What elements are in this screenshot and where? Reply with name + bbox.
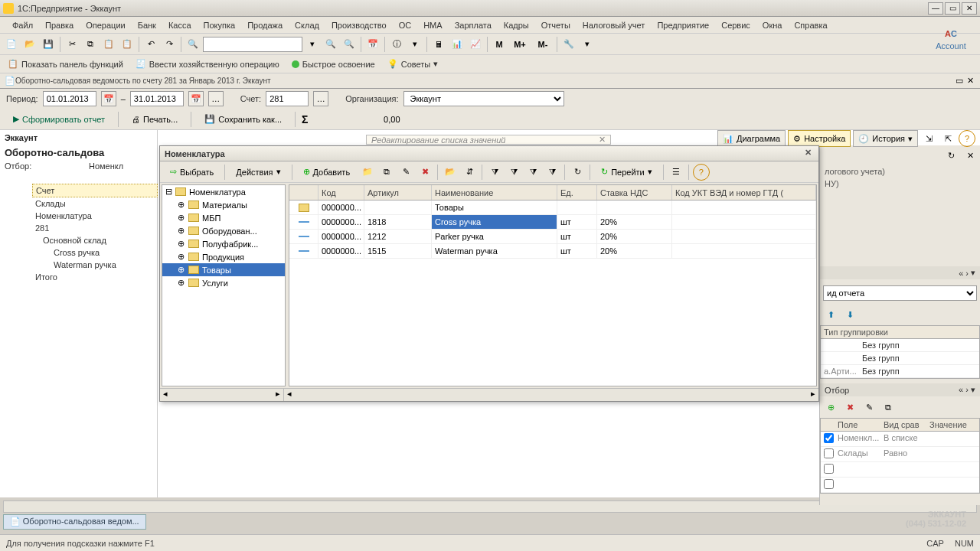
add-button[interactable]: ⊕Добавить bbox=[296, 165, 358, 179]
period-select-button[interactable]: … bbox=[208, 91, 224, 106]
grid-row[interactable]: 0000000...1818Cross ручкашт20% bbox=[289, 215, 816, 230]
hierarchy-icon[interactable]: ⇵ bbox=[461, 164, 478, 181]
tree-warehouse[interactable]: Основной склад bbox=[32, 234, 158, 246]
doc-close-icon[interactable]: ✕ bbox=[965, 76, 975, 86]
calc-icon[interactable]: 🖩 bbox=[430, 36, 447, 53]
settings-button[interactable]: ⚙Настройка bbox=[788, 130, 851, 147]
org-select[interactable]: Эккаунт bbox=[403, 91, 564, 106]
group-row[interactable]: Без групп bbox=[821, 352, 979, 365]
history-button[interactable]: 🕘История▾ bbox=[853, 130, 918, 147]
menu-Сервис[interactable]: Сервис bbox=[715, 19, 756, 31]
menu-Склад[interactable]: Склад bbox=[289, 19, 325, 31]
doc-restore-icon[interactable]: ▭ bbox=[954, 76, 965, 86]
col-article[interactable]: Артикул bbox=[364, 185, 432, 200]
copy-item-icon[interactable]: ⧉ bbox=[378, 164, 395, 181]
list-mode-icon[interactable]: ☰ bbox=[668, 164, 684, 181]
menu-НМА[interactable]: НМА bbox=[417, 19, 448, 31]
menu-Кадры[interactable]: Кадры bbox=[498, 19, 535, 31]
menu-ОС[interactable]: ОС bbox=[393, 19, 418, 31]
close-button[interactable]: ✕ bbox=[962, 2, 977, 15]
tree-row[interactable]: Счет bbox=[32, 184, 158, 197]
select-button[interactable]: ⇨Выбрать bbox=[163, 165, 220, 179]
edit-filter-icon[interactable]: ✎ bbox=[861, 399, 877, 416]
info-dropdown-icon[interactable]: ▾ bbox=[407, 36, 423, 53]
menu-Банк[interactable]: Банк bbox=[132, 19, 162, 31]
grid-row[interactable]: 0000000...Товары bbox=[289, 201, 816, 215]
remove-filter-icon[interactable]: ✖ bbox=[841, 399, 858, 416]
nom-tree-item[interactable]: ⊕Продукция bbox=[162, 250, 285, 263]
search-icon[interactable]: 🔍 bbox=[185, 36, 201, 53]
menu-Касса[interactable]: Касса bbox=[162, 19, 198, 31]
period-from-input[interactable] bbox=[43, 91, 96, 106]
calendar-icon[interactable]: 📅 bbox=[364, 36, 381, 53]
filter-off-icon[interactable]: ⧩ bbox=[544, 164, 560, 181]
search-dropdown-icon[interactable]: ▾ bbox=[304, 36, 321, 53]
search-input[interactable] bbox=[203, 37, 302, 52]
new-doc-icon[interactable]: 📄 bbox=[3, 36, 20, 53]
chart-icon[interactable]: 📈 bbox=[467, 36, 484, 53]
maximize-button[interactable]: ▭ bbox=[945, 2, 960, 15]
group-row[interactable]: Без групп bbox=[821, 339, 979, 352]
collapse-icon[interactable]: ⇱ bbox=[939, 130, 956, 147]
period-to-calendar-icon[interactable]: 📅 bbox=[188, 91, 204, 106]
goto-button[interactable]: ↻Перейти▾ bbox=[594, 165, 659, 179]
nom-tree-item[interactable]: ⊕Товары bbox=[162, 263, 285, 276]
menu-Предприятие[interactable]: Предприятие bbox=[651, 19, 715, 31]
expand-icon[interactable]: ⇲ bbox=[920, 130, 937, 147]
filter2-icon[interactable]: ⧩ bbox=[505, 164, 522, 181]
tree-row[interactable]: Номенклатура bbox=[32, 210, 158, 222]
info-icon[interactable]: ⓘ bbox=[388, 36, 405, 53]
period-to-input[interactable] bbox=[130, 91, 184, 106]
panel-refresh-icon[interactable]: ↻ bbox=[942, 147, 959, 164]
nom-tree-item[interactable]: ⊕МБП bbox=[162, 211, 285, 224]
menu-Файл[interactable]: Файл bbox=[6, 19, 39, 31]
tree-row[interactable]: Склады bbox=[32, 197, 158, 210]
move-up-icon[interactable]: ⬆ bbox=[822, 306, 839, 323]
filter-checkbox[interactable] bbox=[824, 448, 834, 458]
dialog-scrollbar[interactable]: ◂▸ ◂▸ bbox=[160, 388, 818, 401]
window-tab[interactable]: 📄 Оборотно-сальдовая ведом... bbox=[3, 514, 146, 530]
memory-m-button[interactable]: М bbox=[491, 36, 508, 53]
undo-icon[interactable]: ↶ bbox=[142, 36, 159, 53]
paste-icon[interactable]: 📋 bbox=[100, 36, 117, 53]
dialog-help-icon[interactable]: ? bbox=[693, 164, 710, 181]
report-icon[interactable]: 📊 bbox=[449, 36, 466, 53]
menu-Справка[interactable]: Справка bbox=[788, 19, 833, 31]
print-button[interactable]: 🖨Печать... bbox=[125, 112, 185, 126]
menu-Правка[interactable]: Правка bbox=[39, 19, 80, 31]
memory-plus-button[interactable]: М+ bbox=[509, 36, 531, 53]
filter-section-header[interactable]: Отбор « › ▾ bbox=[820, 383, 980, 396]
group-row[interactable]: а.Арти...Без групп bbox=[821, 365, 979, 378]
filter-row[interactable]: СкладыРавно bbox=[821, 447, 979, 462]
dialog-close-icon[interactable]: ✕ bbox=[802, 148, 814, 160]
enter-operation-button[interactable]: 🧾Ввести хозяйственную операцию bbox=[131, 57, 284, 70]
report-type-select[interactable]: ид отчета bbox=[823, 285, 977, 301]
col-unit[interactable]: Ед. bbox=[557, 185, 597, 200]
add-folder-icon[interactable]: 📁 bbox=[359, 164, 376, 181]
filter1-icon[interactable]: ⧩ bbox=[486, 164, 503, 181]
quick-learn-button[interactable]: Быстрое освоение bbox=[287, 58, 380, 70]
col-code[interactable]: Код bbox=[318, 185, 364, 200]
account-select-button[interactable]: … bbox=[313, 91, 328, 106]
find-prev-icon[interactable]: 🔍 bbox=[341, 36, 358, 53]
col-name[interactable]: Наименование bbox=[432, 185, 557, 200]
grid-row[interactable]: 0000000...1212Parker ручкашт20% bbox=[289, 230, 816, 244]
panel-chevrons[interactable]: «›▾ bbox=[820, 266, 980, 279]
filter-row[interactable]: Номенкл...В списке bbox=[821, 432, 979, 447]
filter-checkbox[interactable] bbox=[824, 479, 834, 489]
memory-minus-button[interactable]: М- bbox=[532, 36, 554, 53]
move-down-icon[interactable]: ⬇ bbox=[841, 306, 858, 323]
diagram-button[interactable]: 📊Диаграмма bbox=[717, 130, 786, 147]
popup-close-icon[interactable]: ✕ bbox=[599, 135, 606, 145]
nom-tree-item[interactable]: ⊕Оборудован... bbox=[162, 224, 285, 237]
menu-Производство[interactable]: Производство bbox=[325, 19, 393, 31]
tree-item[interactable]: Waterman ручка bbox=[32, 259, 158, 271]
period-from-calendar-icon[interactable]: 📅 bbox=[101, 91, 116, 106]
minimize-button[interactable]: — bbox=[928, 2, 943, 15]
menu-Отчеты[interactable]: Отчеты bbox=[535, 19, 577, 31]
tree-item[interactable]: Cross ручка bbox=[32, 246, 158, 259]
account-input[interactable] bbox=[266, 91, 309, 106]
menu-Зарплата[interactable]: Зарплата bbox=[449, 19, 498, 31]
move-item-icon[interactable]: 📂 bbox=[442, 164, 459, 181]
redo-icon[interactable]: ↷ bbox=[161, 36, 178, 53]
